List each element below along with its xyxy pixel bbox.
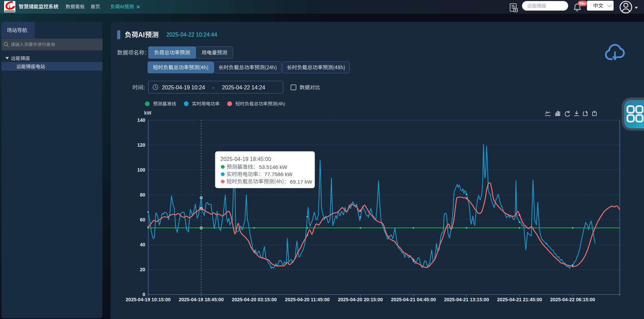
svg-text:2025-04-22 06:15:00: 2025-04-22 06:15:00 — [550, 297, 595, 302]
svg-text:2025-04-20 20:15:00: 2025-04-20 20:15:00 — [338, 297, 383, 302]
svg-text:0: 0 — [142, 292, 145, 297]
svg-text:2025-04-21 04:45:00: 2025-04-21 04:45:00 — [391, 297, 436, 302]
svg-text:2025-04-20 03:15:00: 2025-04-20 03:15:00 — [232, 297, 277, 302]
svg-text:40: 40 — [140, 242, 145, 247]
svg-text:2025-04-19 10:24: 2025-04-19 10:24 — [162, 85, 205, 90]
svg-text:53.5146 kW: 53.5146 kW — [259, 164, 287, 170]
svg-text:2025-04-19 18:45:00: 2025-04-19 18:45:00 — [179, 297, 224, 302]
svg-text:60: 60 — [140, 217, 145, 222]
svg-text:69.17 kW: 69.17 kW — [290, 179, 313, 185]
svg-text:2025-04-21 21:45:00: 2025-04-21 21:45:00 — [497, 297, 542, 302]
svg-text:2025-04-19 18:45:00: 2025-04-19 18:45:00 — [220, 156, 271, 162]
svg-text:2025-04-22 14:24: 2025-04-22 14:24 — [222, 85, 265, 90]
svg-text:kW: kW — [144, 110, 152, 116]
svg-text:2025-04-22 10:24:44: 2025-04-22 10:24:44 — [166, 32, 217, 38]
svg-text:120: 120 — [137, 142, 146, 148]
svg-text:99+: 99+ — [579, 1, 586, 5]
svg-text:-: - — [212, 85, 214, 90]
svg-text:100: 100 — [137, 167, 146, 173]
svg-text:2025-04-19 10:15:00: 2025-04-19 10:15:00 — [126, 297, 171, 302]
svg-text:20: 20 — [140, 267, 145, 272]
svg-text:2025-04-21 13:15:00: 2025-04-21 13:15:00 — [444, 297, 489, 302]
svg-text:2025-04-20 11:45:00: 2025-04-20 11:45:00 — [285, 297, 330, 302]
svg-text:77.7586 kW: 77.7586 kW — [264, 171, 293, 177]
svg-text:80: 80 — [140, 192, 145, 198]
svg-text:140: 140 — [137, 117, 146, 123]
